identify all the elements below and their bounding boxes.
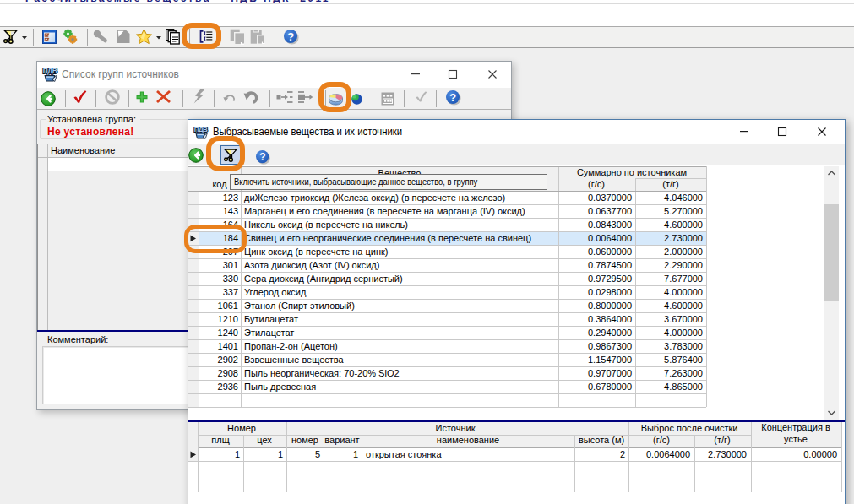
svg-text:ПДВ: ПДВ <box>194 126 208 133</box>
svg-text:ПДВ: ПДВ <box>43 67 57 75</box>
svg-text:?: ? <box>259 151 265 163</box>
svg-text:?: ? <box>287 30 294 43</box>
svg-text:?: ? <box>449 91 456 104</box>
